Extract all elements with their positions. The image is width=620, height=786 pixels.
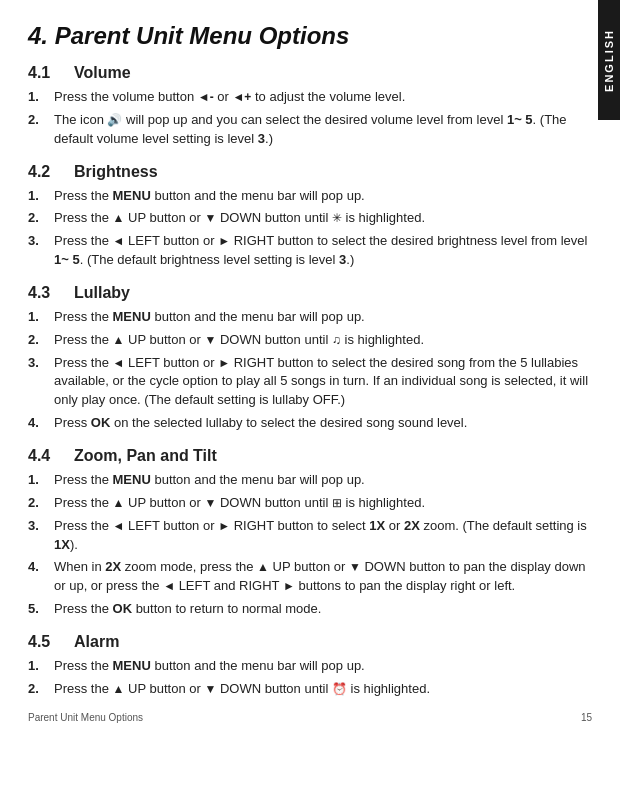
- step-list-4-2: 1.Press the MENU button and the menu bar…: [28, 187, 592, 270]
- left-arrow-icon: ◄: [113, 233, 125, 250]
- right-arrow-icon: ►: [218, 518, 230, 535]
- step-text: Press the volume button ◄- or ◄+ to adju…: [54, 88, 592, 107]
- step-number: 1.: [28, 657, 50, 676]
- step-item: 1.Press the MENU button and the menu bar…: [28, 187, 592, 206]
- step-item: 2.Press the ▲ UP button or ▼ DOWN button…: [28, 331, 592, 350]
- section-heading-4-5: 4.5Alarm: [28, 633, 592, 651]
- footer-left-label: Parent Unit Menu Options: [28, 712, 143, 723]
- step-text: Press the OK button to return to normal …: [54, 600, 592, 619]
- step-item: 3.Press the ◄ LEFT button or ► RIGHT but…: [28, 517, 592, 555]
- step-number: 1.: [28, 187, 50, 206]
- side-tab: ENGLISH: [598, 0, 620, 120]
- main-title: 4. Parent Unit Menu Options: [28, 22, 592, 50]
- section-title: Lullaby: [74, 284, 130, 302]
- volume-plus-icon: ◄+: [232, 89, 251, 106]
- section-number: 4.2: [28, 163, 66, 181]
- up-arrow-icon: ▲: [113, 210, 125, 227]
- step-list-4-1: 1.Press the volume button ◄- or ◄+ to ad…: [28, 88, 592, 149]
- step-text: Press the MENU button and the menu bar w…: [54, 471, 592, 490]
- section-heading-4-4: 4.4Zoom, Pan and Tilt: [28, 447, 592, 465]
- step-number: 3.: [28, 232, 50, 251]
- step-item: 2.Press the ▲ UP button or ▼ DOWN button…: [28, 494, 592, 513]
- step-number: 4.: [28, 414, 50, 433]
- step-text: Press the MENU button and the menu bar w…: [54, 657, 592, 676]
- section-number: 4.1: [28, 64, 66, 82]
- step-number: 2.: [28, 494, 50, 513]
- step-text: Press the ▲ UP button or ▼ DOWN button u…: [54, 331, 592, 350]
- step-text: Press the ▲ UP button or ▼ DOWN button u…: [54, 680, 592, 699]
- step-text: Press the ▲ UP button or ▼ DOWN button u…: [54, 209, 592, 228]
- step-item: 1.Press the MENU button and the menu bar…: [28, 471, 592, 490]
- step-text: Press the MENU button and the menu bar w…: [54, 308, 592, 327]
- step-list-4-5: 1.Press the MENU button and the menu bar…: [28, 657, 592, 699]
- section-title: Alarm: [74, 633, 119, 651]
- up-arrow-icon: ▲: [113, 332, 125, 349]
- section-title: Volume: [74, 64, 131, 82]
- left-arrow-icon: ◄: [113, 518, 125, 535]
- down-arrow-icon: ▼: [349, 559, 361, 576]
- volume-minus-icon: ◄-: [198, 89, 214, 106]
- step-text: Press OK on the selected lullaby to sele…: [54, 414, 592, 433]
- step-number: 2.: [28, 209, 50, 228]
- step-item: 4.When in 2X zoom mode, press the ▲ UP b…: [28, 558, 592, 596]
- step-number: 2.: [28, 331, 50, 350]
- step-number: 1.: [28, 471, 50, 490]
- step-number: 2.: [28, 111, 50, 130]
- right-arrow-icon: ►: [283, 578, 295, 595]
- step-text: The icon 🔊 will pop up and you can selec…: [54, 111, 592, 149]
- step-text: Press the ◄ LEFT button or ► RIGHT butto…: [54, 232, 592, 270]
- zoom-icon: ⊞: [332, 495, 342, 512]
- step-item: 2.Press the ▲ UP button or ▼ DOWN button…: [28, 680, 592, 699]
- step-item: 2.The icon 🔊 will pop up and you can sel…: [28, 111, 592, 149]
- step-number: 3.: [28, 517, 50, 536]
- sections-container: 4.1Volume1.Press the volume button ◄- or…: [28, 64, 592, 699]
- step-number: 1.: [28, 308, 50, 327]
- step-number: 5.: [28, 600, 50, 619]
- down-arrow-icon: ▼: [204, 332, 216, 349]
- up-arrow-icon: ▲: [257, 559, 269, 576]
- section-heading-4-3: 4.3Lullaby: [28, 284, 592, 302]
- step-item: 3.Press the ◄ LEFT button or ► RIGHT but…: [28, 354, 592, 411]
- step-text: When in 2X zoom mode, press the ▲ UP but…: [54, 558, 592, 596]
- section-heading-4-2: 4.2Brightness: [28, 163, 592, 181]
- step-item: 1.Press the MENU button and the menu bar…: [28, 657, 592, 676]
- step-number: 2.: [28, 680, 50, 699]
- left-arrow-icon: ◄: [163, 578, 175, 595]
- step-item: 1.Press the MENU button and the menu bar…: [28, 308, 592, 327]
- left-arrow-icon: ◄: [113, 355, 125, 372]
- step-text: Press the ▲ UP button or ▼ DOWN button u…: [54, 494, 592, 513]
- step-number: 1.: [28, 88, 50, 107]
- step-text: Press the ◄ LEFT button or ► RIGHT butto…: [54, 517, 592, 555]
- alarm-icon: ⏰: [332, 681, 347, 698]
- step-item: 3.Press the ◄ LEFT button or ► RIGHT but…: [28, 232, 592, 270]
- section-title: Zoom, Pan and Tilt: [74, 447, 217, 465]
- step-item: 5.Press the OK button to return to norma…: [28, 600, 592, 619]
- step-number: 3.: [28, 354, 50, 373]
- lullaby-icon: ♫: [332, 332, 341, 349]
- down-arrow-icon: ▼: [204, 210, 216, 227]
- down-arrow-icon: ▼: [204, 495, 216, 512]
- right-arrow-icon: ►: [218, 355, 230, 372]
- brightness-icon: ✳: [332, 210, 342, 227]
- step-list-4-3: 1.Press the MENU button and the menu bar…: [28, 308, 592, 433]
- up-arrow-icon: ▲: [113, 495, 125, 512]
- step-text: Press the MENU button and the menu bar w…: [54, 187, 592, 206]
- footer: Parent Unit Menu Options 15: [28, 712, 592, 723]
- section-heading-4-1: 4.1Volume: [28, 64, 592, 82]
- footer-right-page: 15: [581, 712, 592, 723]
- up-arrow-icon: ▲: [113, 681, 125, 698]
- section-title: Brightness: [74, 163, 158, 181]
- right-arrow-icon: ►: [218, 233, 230, 250]
- step-item: 2.Press the ▲ UP button or ▼ DOWN button…: [28, 209, 592, 228]
- down-arrow-icon: ▼: [204, 681, 216, 698]
- speaker-icon: 🔊: [107, 112, 122, 129]
- section-number: 4.3: [28, 284, 66, 302]
- section-number: 4.5: [28, 633, 66, 651]
- step-item: 4.Press OK on the selected lullaby to se…: [28, 414, 592, 433]
- section-number: 4.4: [28, 447, 66, 465]
- side-tab-label: ENGLISH: [603, 29, 615, 92]
- page-container: ENGLISH 4. Parent Unit Menu Options 4.1V…: [0, 0, 620, 733]
- step-text: Press the ◄ LEFT button or ► RIGHT butto…: [54, 354, 592, 411]
- step-list-4-4: 1.Press the MENU button and the menu bar…: [28, 471, 592, 619]
- step-item: 1.Press the volume button ◄- or ◄+ to ad…: [28, 88, 592, 107]
